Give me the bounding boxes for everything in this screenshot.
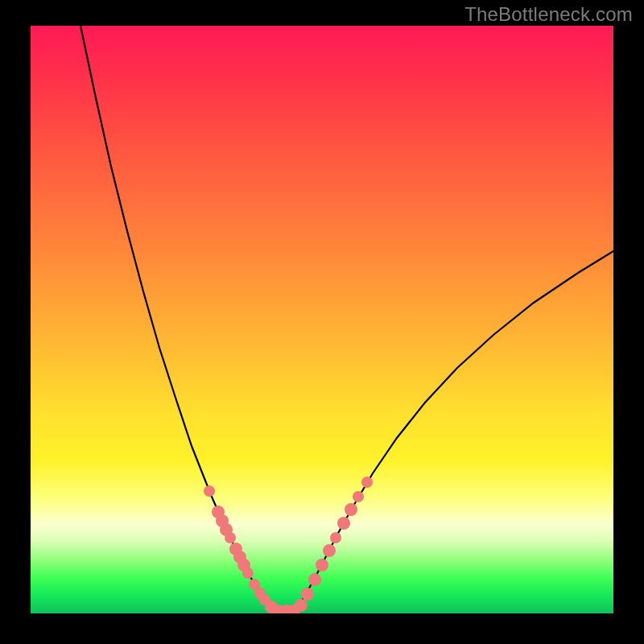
right-branch-curve [296,251,613,610]
marker-dot [323,544,336,557]
marker-dot [308,573,321,586]
marker-dot [301,588,314,601]
marker-dot [316,559,328,572]
marker-dot [295,599,308,612]
chart-frame: TheBottleneck.com [0,0,644,644]
marker-dot [330,532,341,543]
plot-area [31,26,613,613]
watermark-text: TheBottleneck.com [464,3,633,26]
highlight-markers [204,477,373,613]
marker-dot [361,477,373,488]
marker-dot [337,517,350,530]
marker-dot [204,485,215,497]
marker-dot [353,491,364,502]
left-branch-curve [80,26,275,610]
chart-svg [31,26,613,613]
marker-dot [225,532,236,543]
marker-dot [345,503,357,516]
marker-dot [242,568,254,579]
